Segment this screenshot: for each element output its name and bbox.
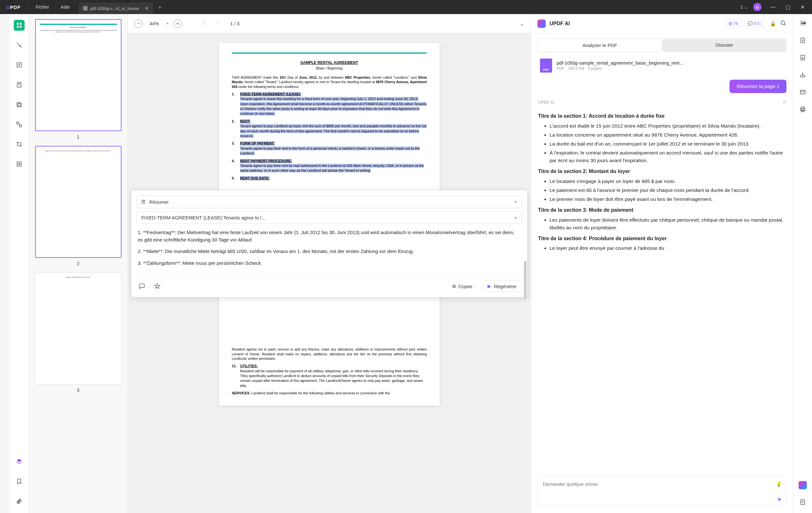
svg-rect-3 xyxy=(20,26,22,28)
svg-rect-4 xyxy=(17,63,21,67)
credit-badge-2[interactable]: 💬671 xyxy=(745,20,764,27)
right-sidebar: OCR xyxy=(793,14,812,513)
popup-mode-select[interactable]: ☰ Résumer ▼ xyxy=(137,195,522,208)
tab-close-icon[interactable]: ✕ xyxy=(145,5,149,11)
user-avatar[interactable]: U xyxy=(753,3,761,11)
document-toolbar: − 44% ▼ + ⤒ ⌃ 1 / 3 ⌄ xyxy=(128,14,531,33)
new-tab-button[interactable]: ＋ xyxy=(157,3,163,11)
menu-file[interactable]: Fichier xyxy=(30,4,55,9)
email-tool[interactable] xyxy=(800,89,806,96)
maximize-button[interactable]: ▢ xyxy=(781,1,794,13)
note-icon[interactable] xyxy=(137,281,147,292)
suggestion-icon[interactable]: 💡 xyxy=(776,481,782,487)
file-name: pdf-1050g-sample_rental_agreement_basic_… xyxy=(557,60,784,65)
tab-chat[interactable]: Discuter xyxy=(662,38,787,52)
doc-intro: THIS AGREEMENT made this 15th Day of Jun… xyxy=(232,75,427,89)
left-sidebar xyxy=(9,14,29,513)
thumbnails-tool[interactable] xyxy=(14,20,25,31)
doc-title: SAMPLE RENTAL AGREEMENT xyxy=(232,60,427,65)
protect-tool[interactable] xyxy=(800,54,806,62)
svg-rect-8 xyxy=(17,122,19,124)
menu-help[interactable]: Aide xyxy=(55,4,76,9)
zoom-value[interactable]: 44% xyxy=(147,21,162,26)
regenerate-button[interactable]: ▶ Régénérer xyxy=(482,281,522,292)
zoom-dropdown-icon[interactable]: ▼ xyxy=(166,22,169,25)
svg-point-11 xyxy=(781,21,785,25)
copy-icon: ⧉ xyxy=(452,283,456,289)
svg-rect-2 xyxy=(17,26,19,28)
search-icon[interactable] xyxy=(780,20,786,28)
popup-scrollbar[interactable] xyxy=(524,261,526,299)
comment-tool[interactable] xyxy=(14,40,25,51)
edit-tool[interactable] xyxy=(14,59,25,70)
first-page-button[interactable]: ⤒ xyxy=(200,21,208,27)
bookmark-tool[interactable] xyxy=(14,476,25,487)
tab-pdf-icon xyxy=(83,6,88,10)
tab-analyze-pdf[interactable]: Analyser le PDF xyxy=(538,38,662,52)
page-thumbnail-1[interactable]: SAMPLE RENTAL AGREEMENTLorem ipsum dolor… xyxy=(35,19,121,131)
document-tab[interactable]: pdf-1050g-s...nt_or_house ✕ xyxy=(79,3,153,14)
page-tool[interactable] xyxy=(14,79,25,90)
dropdown-arrow-icon: ▼ xyxy=(514,216,517,220)
file-info-row: PDF pdf-1050g-sample_rental_agreement_ba… xyxy=(538,56,786,75)
prev-page-button[interactable]: ⌃ xyxy=(213,21,221,27)
minimize-button[interactable]: — xyxy=(766,1,779,13)
thumbnail-panel: SAMPLE RENTAL AGREEMENTLorem ipsum dolor… xyxy=(29,14,128,513)
copy-response-icon[interactable]: ⧉ xyxy=(783,99,786,105)
summarize-page-button[interactable]: Résumez la page 1 xyxy=(729,80,786,93)
ai-chat-input[interactable] xyxy=(538,477,786,505)
ai-section-label: UPDF AI xyxy=(538,100,554,105)
popup-summary-text: 1. **Festvertrag**: Der Mietvertrag hat … xyxy=(137,227,522,273)
more-tool[interactable] xyxy=(800,499,806,507)
redact-tool[interactable] xyxy=(14,159,25,170)
copy-button[interactable]: ⧉ Copier xyxy=(447,281,477,292)
ai-panel: UPDF AI ▤76 💬671 🔒 Analyser le PDF Discu… xyxy=(531,14,793,513)
print-tool[interactable] xyxy=(800,106,806,114)
app-logo: UPDF xyxy=(0,4,27,10)
notification-indicator[interactable]: 1 ⌄ xyxy=(741,4,748,9)
crop-tool[interactable] xyxy=(14,139,25,150)
form-tool[interactable] xyxy=(14,99,25,110)
attachment-tool[interactable] xyxy=(14,496,25,507)
list-icon: ☰ xyxy=(141,199,145,205)
summary-popup: ☰ Résumer ▼ FIXED-TERM AGREEMENT (LEASE)… xyxy=(131,190,527,297)
zoom-out-button[interactable]: − xyxy=(134,20,143,28)
highlight-icon[interactable] xyxy=(152,281,163,292)
document-viewer: − 44% ▼ + ⤒ ⌃ 1 / 3 ⌄ SAMPLE RENTAL AGRE… xyxy=(128,14,531,513)
layers-tool[interactable] xyxy=(14,456,25,467)
svg-rect-9 xyxy=(19,125,22,127)
popup-text-select[interactable]: FIXED-TERM AGREEMENT (LEASE):Tenants agr… xyxy=(137,211,522,224)
doc-subtitle: (Basic / Beginning) xyxy=(232,66,427,71)
dropdown-arrow-icon: ▼ xyxy=(514,200,517,204)
page-thumbnail-3[interactable]: Page three content with signature lines … xyxy=(35,273,121,384)
svg-rect-7 xyxy=(18,104,21,107)
close-button[interactable]: ✕ xyxy=(796,1,809,13)
zoom-in-button[interactable]: + xyxy=(174,20,182,28)
doc-icon: ▤ xyxy=(729,21,732,26)
send-button[interactable]: ➤ xyxy=(777,496,782,503)
updf-ai-logo-icon xyxy=(538,20,546,28)
play-icon: ▶ xyxy=(488,283,491,289)
export-tool[interactable] xyxy=(800,37,806,45)
thumb-label-2: 2 xyxy=(34,261,122,266)
ai-assistant-icon[interactable] xyxy=(799,481,807,489)
thumb-label-3: 3 xyxy=(34,388,122,393)
lock-icon[interactable]: 🔒 xyxy=(770,21,776,27)
file-meta: PDF · 158.0 KB · 3 pages xyxy=(557,66,784,71)
svg-point-16 xyxy=(802,58,803,59)
tab-title: pdf-1050g-s...nt_or_house xyxy=(90,6,139,11)
chat-icon: 💬 xyxy=(748,21,753,26)
page-thumbnail-2[interactable]: Page two miniature content showing conti… xyxy=(35,146,121,258)
svg-rect-6 xyxy=(17,102,20,107)
expand-down-icon[interactable]: ⌄ xyxy=(520,20,524,27)
thumb-label-1: 1 xyxy=(34,134,122,139)
ai-panel-title: UPDF AI xyxy=(550,21,570,27)
svg-rect-1 xyxy=(20,23,22,25)
page-indicator[interactable]: 1 / 3 xyxy=(225,19,244,28)
organize-tool[interactable] xyxy=(14,119,25,130)
share-tool[interactable] xyxy=(800,72,806,79)
credit-badge-1[interactable]: ▤76 xyxy=(726,20,741,27)
svg-rect-0 xyxy=(17,23,19,25)
ai-response-content: Titre de la section 1: Accord de locatio… xyxy=(531,107,793,472)
ocr-tool[interactable]: OCR xyxy=(800,20,806,28)
